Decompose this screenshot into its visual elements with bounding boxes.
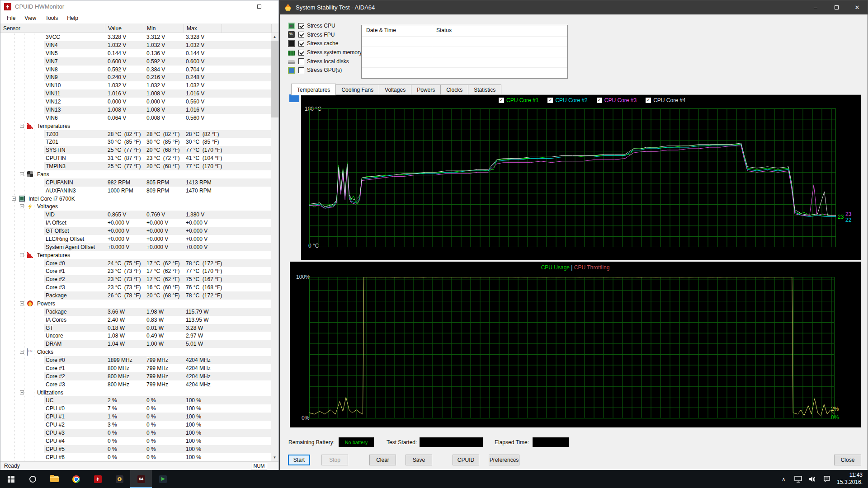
legend-item[interactable]: ✓CPU Core #2 — [547, 97, 587, 103]
table-row[interactable]: CPU #50 %0 %100 % — [0, 445, 271, 453]
tab-clocks[interactable]: Clocks — [440, 84, 468, 95]
aida64-taskbar-button[interactable]: 64 — [130, 470, 152, 488]
table-row[interactable]: CPUFANIN982 RPM805 RPM1413 RPM — [0, 178, 271, 187]
table-row[interactable]: GT0.18 W0.01 W3.28 W — [0, 324, 271, 332]
table-row[interactable]: System Agent Offset+0.000 V+0.000 V+0.00… — [0, 243, 271, 251]
taskbar-clock[interactable]: 11:43 15.3.2016. — [834, 472, 868, 486]
maximize-button[interactable] — [252, 0, 266, 13]
legend-checkbox[interactable]: ✓ — [547, 98, 553, 103]
tray-chevron-icon[interactable]: ∧ — [776, 470, 791, 488]
menu-item-tools[interactable]: Tools — [41, 14, 62, 23]
minimize-button[interactable]: – — [232, 0, 246, 13]
table-row[interactable]: UC2 %0 %100 % — [0, 396, 271, 404]
column-header-spare[interactable] — [222, 24, 272, 33]
table-row[interactable]: LLC/Ring Offset+0.000 V+0.000 V+0.000 V — [0, 235, 271, 243]
scrollbar-thumb[interactable] — [271, 41, 278, 117]
collapse-toggle[interactable]: − — [20, 390, 24, 394]
legend-checkbox[interactable]: ✓ — [597, 98, 602, 103]
table-row[interactable]: −Clocks — [0, 348, 271, 356]
collapse-toggle[interactable]: − — [20, 124, 24, 128]
table-row[interactable]: Core #323 °C (73 °F)16 °C (60 °F)76 °C (… — [0, 283, 271, 291]
column-header-max[interactable]: Max — [184, 24, 222, 33]
table-row[interactable]: VIN90.240 V0.216 V0.248 V — [0, 73, 271, 81]
table-row[interactable]: VIN70.600 V0.592 V0.600 V — [0, 57, 271, 66]
checkbox[interactable] — [298, 67, 304, 73]
table-row[interactable]: −Powers — [0, 300, 271, 308]
table-row[interactable]: −Intel Core i7 6700K — [0, 195, 271, 203]
preferences-button[interactable]: Preferences — [489, 455, 519, 465]
maximize-button[interactable] — [826, 0, 847, 14]
hwmonitor-taskbar-button[interactable] — [87, 470, 108, 488]
table-row[interactable]: VID0.865 V0.769 V1.380 V — [0, 211, 271, 219]
checkbox[interactable] — [298, 58, 304, 64]
column-header-min[interactable]: Min — [144, 24, 184, 33]
scroll-down-icon[interactable]: ▼ — [271, 454, 278, 461]
checkbox[interactable] — [298, 32, 304, 38]
table-row[interactable]: VIN111.016 V1.008 V1.016 V — [0, 89, 271, 98]
table-row[interactable]: CPU #60 %0 %100 % — [0, 453, 271, 461]
table-row[interactable]: IA Offset+0.000 V+0.000 V+0.000 V — [0, 219, 271, 227]
menu-item-file[interactable]: File — [2, 14, 20, 23]
table-row[interactable]: Core #223 °C (73 °F)17 °C (62 °F)75 °C (… — [0, 275, 271, 283]
table-row[interactable]: CPU #23 %0 %100 % — [0, 421, 271, 429]
tab-cooling-fans[interactable]: Cooling Fans — [335, 84, 379, 95]
table-row[interactable]: CPU #07 %0 %100 % — [0, 404, 271, 413]
table-row[interactable]: −Voltages — [0, 202, 271, 211]
scroll-up-icon[interactable]: ▲ — [271, 33, 278, 41]
start-button[interactable] — [0, 470, 22, 488]
network-icon[interactable] — [791, 470, 805, 488]
table-row[interactable]: −Fans — [0, 170, 271, 178]
table-row[interactable]: CPU #30 %0 %100 % — [0, 429, 271, 437]
close-icon[interactable]: ✕ — [847, 0, 868, 14]
table-row[interactable]: CPU #40 %0 %100 % — [0, 437, 271, 445]
clear-button[interactable]: Clear — [369, 455, 396, 465]
save-button[interactable]: Save — [406, 455, 432, 465]
table-row[interactable]: TZ0130 °C (85 °F)30 °C (85 °F)30 °C (85 … — [0, 138, 271, 146]
table-row[interactable]: Core #024 °C (75 °F)17 °C (62 °F)78 °C (… — [0, 259, 271, 267]
table-row[interactable]: Core #3800 MHz799 MHz4204 MHz — [0, 380, 271, 389]
menu-item-view[interactable]: View — [20, 14, 41, 23]
file-explorer-button[interactable] — [43, 470, 65, 488]
chrome-button[interactable] — [65, 470, 87, 488]
table-row[interactable]: VIN101.032 V1.032 V1.032 V — [0, 81, 271, 89]
collapse-toggle[interactable]: − — [20, 350, 24, 354]
collapse-toggle[interactable]: − — [20, 301, 24, 305]
tab-temperatures[interactable]: Temperatures — [291, 84, 336, 95]
collapse-toggle[interactable]: − — [20, 253, 24, 257]
checkbox[interactable] — [298, 23, 304, 29]
media-app-button[interactable] — [152, 470, 174, 488]
table-row[interactable]: SYSTIN25 °C (77 °F)20 °C (68 °F)77 °C (1… — [0, 146, 271, 154]
cortana-button[interactable] — [22, 470, 43, 488]
table-row[interactable]: VIN50.144 V0.136 V0.144 V — [0, 49, 271, 57]
table-row[interactable]: −Temperatures — [0, 251, 271, 259]
action-center-icon[interactable] — [820, 470, 834, 488]
checkbox[interactable] — [298, 41, 304, 47]
close-button[interactable]: Close — [834, 455, 861, 465]
table-row[interactable]: Core #123 °C (73 °F)17 °C (62 °F)77 °C (… — [0, 267, 271, 275]
legend-item[interactable]: ✓CPU Core #1 — [499, 97, 538, 103]
collapse-toggle[interactable]: − — [20, 172, 24, 176]
table-row[interactable]: Package26 °C (78 °F)20 °C (68 °F)78 °C (… — [0, 291, 271, 300]
collapse-toggle[interactable]: − — [12, 197, 16, 201]
legend-checkbox[interactable]: ✓ — [646, 98, 651, 103]
table-row[interactable]: GT Offset+0.000 V+0.000 V+0.000 V — [0, 227, 271, 235]
cpuid-app-button[interactable] — [108, 470, 130, 488]
minimize-button[interactable]: – — [805, 0, 826, 14]
table-row[interactable]: Uncore1.08 W0.49 W2.97 W — [0, 332, 271, 340]
table-row[interactable]: CPUTIN31 °C (87 °F)23 °C (72 °F)41 °C (1… — [0, 154, 271, 162]
scrollbar[interactable]: ▲ ▼ — [271, 33, 278, 461]
collapse-toggle[interactable]: − — [20, 204, 24, 208]
legend-checkbox[interactable]: ✓ — [499, 98, 504, 103]
legend-item[interactable]: ✓CPU Core #3 — [597, 97, 637, 103]
start-button[interactable]: Start — [288, 455, 310, 465]
table-row[interactable]: CPU #11 %0 %100 % — [0, 413, 271, 421]
table-row[interactable]: −Utilizations — [0, 389, 271, 397]
table-row[interactable]: TZ0028 °C (82 °F)28 °C (82 °F)28 °C (82 … — [0, 130, 271, 138]
table-row[interactable]: −Temperatures — [0, 122, 271, 130]
column-header-value[interactable]: Value — [105, 24, 144, 33]
table-row[interactable]: Core #1800 MHz799 MHz4204 MHz — [0, 364, 271, 372]
checkbox[interactable] — [298, 50, 304, 56]
table-row[interactable]: VIN41.032 V1.032 V1.032 V — [0, 41, 271, 49]
table-row[interactable]: 3VCC3.328 V3.312 V3.328 V — [0, 33, 271, 41]
table-row[interactable]: VIN131.008 V1.008 V1.016 V — [0, 106, 271, 114]
